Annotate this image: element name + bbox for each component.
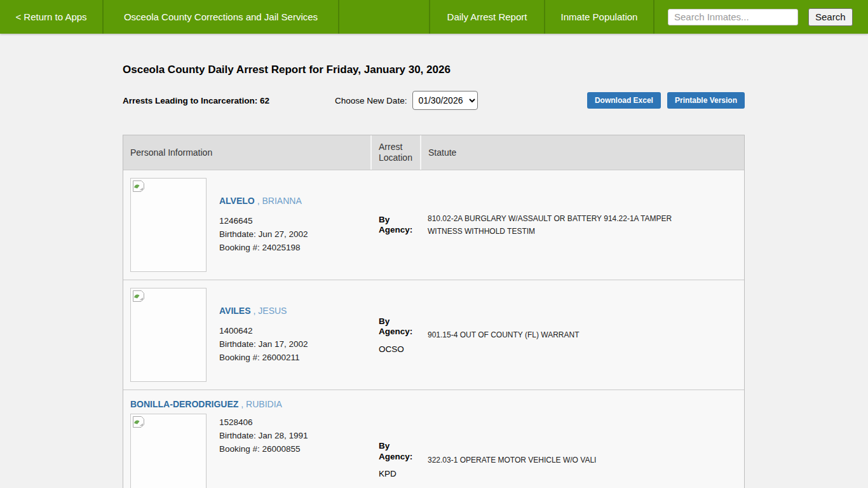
- brand-link[interactable]: Osceola County Corrections and Jail Serv…: [104, 0, 339, 34]
- table-row: ALVELO, BRIANNA 1246645 Birthdate: Jun 2…: [123, 170, 744, 280]
- inmate-booking-number: Booking #: 26000855: [219, 442, 308, 456]
- by-agency-label: By Agency:: [379, 215, 418, 236]
- nav-spacer: [339, 0, 430, 34]
- inmate-name-link[interactable]: AVILES, JESUS: [219, 306, 308, 316]
- inmate-first-name[interactable]: , BRIANNA: [257, 196, 302, 206]
- inmate-details: 1528406 Birthdate: Jan 28, 1991 Booking …: [219, 416, 308, 456]
- nav-item-daily-arrest-report[interactable]: Daily Arrest Report: [430, 0, 545, 34]
- search-input[interactable]: [668, 9, 798, 25]
- statute-cell: 322.03-1 OPERATE MOTOR VEHICLE W/O VALI: [421, 390, 744, 488]
- statute-cell: 901.15-4 OUT OF COUNTY (FL) WARRANT: [421, 280, 744, 390]
- download-excel-button[interactable]: Download Excel: [587, 92, 661, 109]
- broken-image-icon: [132, 416, 145, 428]
- inmate-details: 1400642 Birthdate: Jan 17, 2002 Booking …: [219, 324, 308, 364]
- arrest-count: Arrests Leading to Incarceration: 62: [123, 96, 269, 105]
- inmate-booking-number: Booking #: 24025198: [219, 241, 308, 254]
- header-arrest-location: Arrest Location: [372, 135, 421, 170]
- statute-text: 810.02-2A BURGLARY W/ASSAULT OR BATTERY …: [428, 212, 709, 238]
- date-picker-group: Choose New Date: 01/30/2026: [335, 91, 478, 110]
- inmate-name-link[interactable]: BONILLA-DERODRIGUEZ, RUBIDIA: [130, 399, 372, 409]
- agency-name: KPD: [379, 469, 421, 478]
- inmate-first-name[interactable]: , RUBIDIA: [241, 399, 282, 409]
- inmate-birthdate: Birthdate: Jan 28, 1991: [219, 429, 308, 442]
- arrest-location-cell: By Agency: KPD: [372, 390, 421, 488]
- broken-image-icon: [132, 180, 145, 193]
- inmate-details: 1246645 Birthdate: Jun 27, 2002 Booking …: [219, 214, 308, 254]
- personal-info-cell: AVILES, JESUS 1400642 Birthdate: Jan 17,…: [123, 280, 372, 390]
- inmate-booking-number: Booking #: 26000211: [219, 351, 308, 364]
- action-buttons: Download Excel Printable Version: [587, 92, 745, 109]
- statute-text: 901.15-4 OUT OF COUNTY (FL) WARRANT: [428, 329, 579, 341]
- top-nav: < Return to Apps Osceola County Correcti…: [0, 0, 868, 34]
- inmate-photo[interactable]: [130, 178, 207, 272]
- inmate-photo[interactable]: [130, 288, 207, 382]
- page-title: Osceola County Daily Arrest Report for F…: [123, 64, 745, 76]
- inmate-last-name[interactable]: AVILES: [219, 306, 251, 316]
- table-row: AVILES, JESUS 1400642 Birthdate: Jan 17,…: [123, 280, 744, 390]
- broken-image-icon: [132, 290, 145, 302]
- inmate-last-name[interactable]: ALVELO: [219, 196, 255, 206]
- arrest-location-cell: By Agency: OCSO: [372, 280, 421, 390]
- statute-text: 322.03-1 OPERATE MOTOR VEHICLE W/O VALI: [428, 454, 596, 466]
- inmate-first-name[interactable]: , JESUS: [254, 306, 287, 316]
- controls-row: Arrests Leading to Incarceration: 62 Cho…: [123, 90, 745, 111]
- nav-item-inmate-population[interactable]: Inmate Population: [545, 0, 654, 34]
- printable-version-button[interactable]: Printable Version: [667, 92, 745, 109]
- table-header-row: Personal Information Arrest Location Sta…: [123, 135, 744, 170]
- header-statute: Statute: [421, 135, 744, 170]
- statute-cell: 810.02-2A BURGLARY W/ASSAULT OR BATTERY …: [421, 170, 744, 280]
- nav-search-area: Search: [654, 0, 868, 34]
- inmate-id: 1246645: [219, 214, 308, 227]
- date-select[interactable]: 01/30/2026: [412, 91, 478, 110]
- arrest-table: Personal Information Arrest Location Sta…: [123, 135, 745, 488]
- personal-info-cell: BONILLA-DERODRIGUEZ, RUBIDIA 1528406: [123, 390, 372, 488]
- by-agency-label: By Agency:: [379, 441, 418, 462]
- choose-date-label: Choose New Date:: [335, 96, 407, 105]
- inmate-photo[interactable]: [130, 414, 207, 488]
- inmate-last-name[interactable]: BONILLA-DERODRIGUEZ: [130, 399, 238, 409]
- inmate-birthdate: Birthdate: Jan 17, 2002: [219, 337, 308, 351]
- table-row: BONILLA-DERODRIGUEZ, RUBIDIA 1528406: [123, 390, 744, 488]
- arrest-location-cell: By Agency:: [372, 170, 421, 280]
- header-personal-information: Personal Information: [123, 135, 372, 170]
- agency-name: OCSO: [379, 344, 421, 354]
- search-button[interactable]: Search: [808, 8, 853, 26]
- inmate-birthdate: Birthdate: Jun 27, 2002: [219, 227, 308, 241]
- return-to-apps-link[interactable]: < Return to Apps: [0, 0, 104, 34]
- main-content: Osceola County Daily Arrest Report for F…: [123, 64, 745, 488]
- personal-info-cell: ALVELO, BRIANNA 1246645 Birthdate: Jun 2…: [123, 170, 372, 280]
- inmate-name-link[interactable]: ALVELO, BRIANNA: [219, 196, 308, 206]
- inmate-id: 1400642: [219, 324, 308, 337]
- by-agency-label: By Agency:: [379, 316, 418, 337]
- inmate-id: 1528406: [219, 416, 308, 429]
